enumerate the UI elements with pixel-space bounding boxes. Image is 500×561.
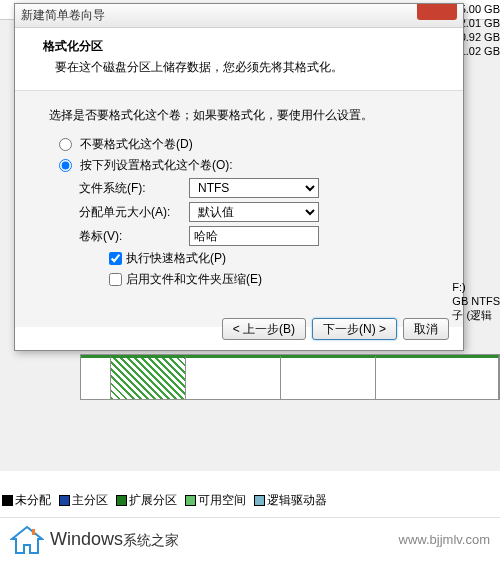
disk-segment[interactable]	[376, 355, 499, 399]
wizard-dialog: 新建简单卷向导 格式化分区 要在这个磁盘分区上储存数据，您必须先将其格式化。 选…	[14, 3, 464, 351]
partition-info: F:) GB NTFS 子 (逻辑	[452, 280, 500, 322]
button-row: < 上一步(B) 下一步(N) > 取消	[222, 318, 449, 340]
dialog-heading: 格式化分区	[43, 38, 445, 55]
footer-logo: Windows系统之家	[10, 525, 179, 555]
disk-segment[interactable]	[81, 355, 111, 399]
next-button[interactable]: 下一步(N) >	[312, 318, 397, 340]
legend-extended: 扩展分区	[129, 493, 177, 507]
legend-swatch-primary	[59, 495, 70, 506]
format-settings: 文件系统(F): NTFS 分配单元大小(A): 默认值 卷标(V): 执行快速…	[79, 178, 443, 288]
radio-no-format-row[interactable]: 不要格式化这个卷(D)	[59, 136, 443, 153]
legend-free: 可用空间	[198, 493, 246, 507]
brand-sub: 系统之家	[123, 532, 179, 548]
volume-label-label: 卷标(V):	[79, 228, 189, 245]
quick-format-checkbox[interactable]	[109, 252, 122, 265]
brand-text: Windows系统之家	[50, 529, 179, 550]
legend-unallocated: 未分配	[15, 493, 51, 507]
brand-main: Windows	[50, 529, 123, 549]
svg-rect-0	[32, 529, 35, 535]
radio-format[interactable]	[59, 159, 72, 172]
radio-format-row[interactable]: 按下列设置格式化这个卷(O):	[59, 157, 443, 174]
disk-track[interactable]	[80, 354, 500, 400]
legend-logical: 逻辑驱动器	[267, 493, 327, 507]
legend-swatch-free	[185, 495, 196, 506]
dialog-content: 选择是否要格式化这个卷；如果要格式化，要使用什么设置。 不要格式化这个卷(D) …	[15, 91, 463, 327]
legend-swatch-extended	[116, 495, 127, 506]
bg-size: 1.02 GB	[460, 44, 500, 58]
watermark-footer: Windows系统之家 www.bjjmlv.com	[0, 517, 500, 561]
legend-swatch-unallocated	[2, 495, 13, 506]
allocation-select[interactable]: 默认值	[189, 202, 319, 222]
prompt-text: 选择是否要格式化这个卷；如果要格式化，要使用什么设置。	[49, 107, 443, 124]
footer-url: www.bjjmlv.com	[399, 532, 491, 547]
quick-format-row[interactable]: 执行快速格式化(P)	[109, 250, 443, 267]
filesystem-label: 文件系统(F):	[79, 180, 189, 197]
back-button[interactable]: < 上一步(B)	[222, 318, 306, 340]
disk-layout	[10, 354, 500, 414]
dialog-header: 格式化分区 要在这个磁盘分区上储存数据，您必须先将其格式化。	[15, 28, 463, 91]
bg-size: 5.00 GB	[460, 2, 500, 16]
legend: 未分配 主分区 扩展分区 可用空间 逻辑驱动器	[2, 492, 327, 509]
radio-format-label: 按下列设置格式化这个卷(O):	[80, 157, 233, 174]
compress-label: 启用文件和文件夹压缩(E)	[126, 271, 262, 288]
partition-type: 子 (逻辑	[452, 308, 500, 322]
partition-letter: F:)	[452, 280, 500, 294]
filesystem-select[interactable]: NTFS	[189, 178, 319, 198]
bg-size: 2.01 GB	[460, 16, 500, 30]
cancel-button[interactable]: 取消	[403, 318, 449, 340]
house-icon	[10, 525, 44, 555]
compress-row[interactable]: 启用文件和文件夹压缩(E)	[109, 271, 443, 288]
disk-segment[interactable]	[281, 355, 376, 399]
quick-format-label: 执行快速格式化(P)	[126, 250, 226, 267]
disk-segment[interactable]	[111, 355, 186, 399]
partition-fs: GB NTFS	[452, 294, 500, 308]
legend-swatch-logical	[254, 495, 265, 506]
close-button[interactable]	[417, 4, 457, 20]
volume-label-input[interactable]	[189, 226, 319, 246]
disk-segment[interactable]	[186, 355, 281, 399]
legend-primary: 主分区	[72, 493, 108, 507]
bg-size-list: 5.00 GB 2.01 GB 0.92 GB 1.02 GB	[460, 2, 500, 58]
bg-size: 0.92 GB	[460, 30, 500, 44]
dialog-subheading: 要在这个磁盘分区上储存数据，您必须先将其格式化。	[43, 59, 445, 76]
compress-checkbox[interactable]	[109, 273, 122, 286]
window-title: 新建简单卷向导	[21, 7, 105, 24]
radio-no-format[interactable]	[59, 138, 72, 151]
radio-no-format-label: 不要格式化这个卷(D)	[80, 136, 193, 153]
allocation-label: 分配单元大小(A):	[79, 204, 189, 221]
titlebar[interactable]: 新建简单卷向导	[15, 4, 463, 28]
